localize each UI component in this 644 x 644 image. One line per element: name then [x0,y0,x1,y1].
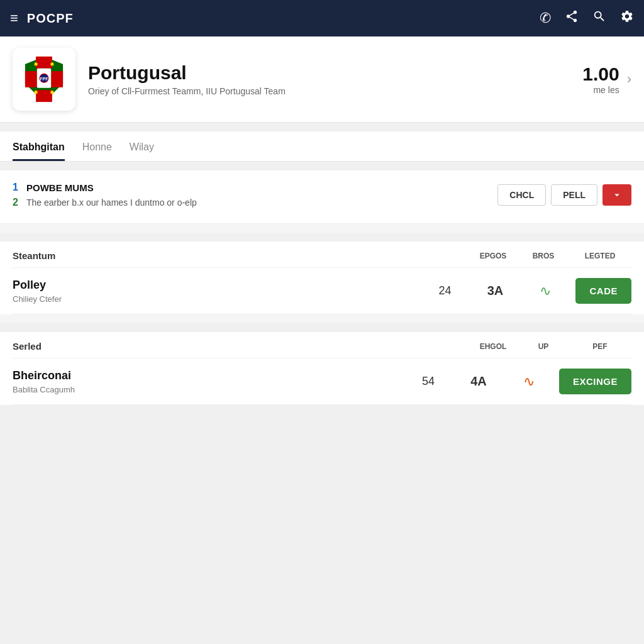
table1-title: Steantum [13,250,468,261]
team-name: Portugusal [88,62,570,84]
nav-icons: ✆ [540,9,634,27]
section-gap-1 [0,224,644,233]
version-number: 1.00 [582,64,619,85]
share-icon[interactable] [565,9,579,27]
table-section-2: Serled EHGOL UP PEF Bheirconai Bablita C… [0,332,644,405]
svg-rect-2 [36,57,52,69]
team-info: Portugusal Oriey of Cll-Furrmest Teamm, … [88,62,570,96]
form-left: 1 POWBE MUMS 2 The earber b.x our hames … [13,182,487,212]
line-num-2: 2 [13,197,21,208]
svg-rect-5 [51,71,63,87]
form-line2-text: The earber b.x our hames I duntmo or o-e… [26,197,197,208]
table1-col3-header: LEGTED [569,252,631,260]
chcl-button[interactable]: CHCL [497,184,546,206]
table2-title: Serled [13,341,468,352]
pell-button[interactable]: PELL [551,184,597,206]
form-line1-title: POWBE MUMS [26,182,94,193]
tabs-row: Stabhgitan Honne Wilay [13,142,631,161]
table1-col-headers: EPGOS BROS LEGTED [468,252,631,260]
form-buttons: CHCL PELL [497,184,631,206]
row2-cols: 54 4A ∿ EXCINGE [403,369,631,394]
form-line2-row: 2 The earber b.x our hames I duntmo or o… [13,197,487,208]
tab-wilay[interactable]: Wilay [130,142,154,161]
row1-cols: 24 3A ∿ CADE [419,278,631,304]
section-gap-2 [0,314,644,323]
table1-col2-header: BROS [518,252,569,260]
wave-icon-1: ∿ [520,283,570,299]
svg-point-11 [35,91,38,94]
table2-col2-header: UP [518,342,569,351]
table1-header: Steantum EPGOS BROS LEGTED [13,242,631,268]
app-title: POCPF [27,11,74,26]
row1-val2: 3A [470,284,520,298]
line-num-1: 1 [13,182,21,193]
form-row: 1 POWBE MUMS 2 The earber b.x our hames … [13,182,631,212]
row2-val2: 4A [453,374,504,389]
row2-sub: Bablita Ccagumh [13,385,403,394]
tab-stabhgitan[interactable]: Stabhgitan [13,142,65,161]
svg-point-12 [50,91,53,94]
version-label: me les [582,85,619,95]
wave-icon-2: ∿ [504,374,554,390]
row2-val1: 54 [403,375,453,388]
header-meta: 1.00 me les › [582,64,631,95]
row1-sub: Chiliey Ctefer [13,294,419,304]
svg-point-10 [50,62,53,65]
row2-info: Bheirconai Bablita Ccagumh [13,369,403,394]
table-section-1: Steantum EPGOS BROS LEGTED Polley Chilie… [0,242,644,314]
chevron-down-icon [611,189,623,201]
top-navigation: ≡ POCPF ✆ [0,0,644,36]
tab-honne[interactable]: Honne [82,142,112,161]
chevron-right-icon[interactable]: › [627,71,631,87]
settings-icon[interactable] [620,9,634,27]
search-icon[interactable] [592,9,606,27]
form-section: 1 POWBE MUMS 2 The earber b.x our hames … [0,170,644,224]
svg-rect-3 [36,90,52,102]
row1-info: Polley Chiliey Ctefer [13,279,419,304]
team-subtitle: Oriey of Cll-Furrmest Teamm, IIU Portugu… [88,86,570,96]
nav-left: ≡ POCPF [10,11,74,26]
logo-svg: FPF [17,52,71,106]
phone-icon[interactable]: ✆ [540,10,551,26]
hamburger-icon[interactable]: ≡ [10,11,18,25]
table2-col3-header: PEF [569,342,631,351]
excinge-button[interactable]: EXCINGE [559,369,631,394]
table-row: Bheirconai Bablita Ccagumh 54 4A ∿ EXCIN… [13,358,631,405]
table2-header: Serled EHGOL UP PEF [13,332,631,358]
table-row: Polley Chiliey Ctefer 24 3A ∿ CADE [13,268,631,314]
cade-button[interactable]: CADE [575,278,631,304]
svg-text:FPF: FPF [40,77,48,81]
row1-val1: 24 [419,284,470,297]
table1-col1-header: EPGOS [468,252,518,260]
row2-name: Bheirconai [13,369,403,382]
table2-col1-header: EHGOL [468,342,518,351]
row1-name: Polley [13,279,419,292]
team-header: FPF Portugusal Oriey of Cll-Furrmest Tea… [0,36,644,123]
svg-rect-4 [25,71,37,87]
svg-point-9 [35,62,38,65]
table2-col-headers: EHGOL UP PEF [468,342,631,351]
tabs-section: Stabhgitan Honne Wilay [0,131,644,162]
form-line1: 1 POWBE MUMS [13,182,487,193]
team-logo: FPF [13,48,75,111]
dropdown-button[interactable] [602,184,631,206]
